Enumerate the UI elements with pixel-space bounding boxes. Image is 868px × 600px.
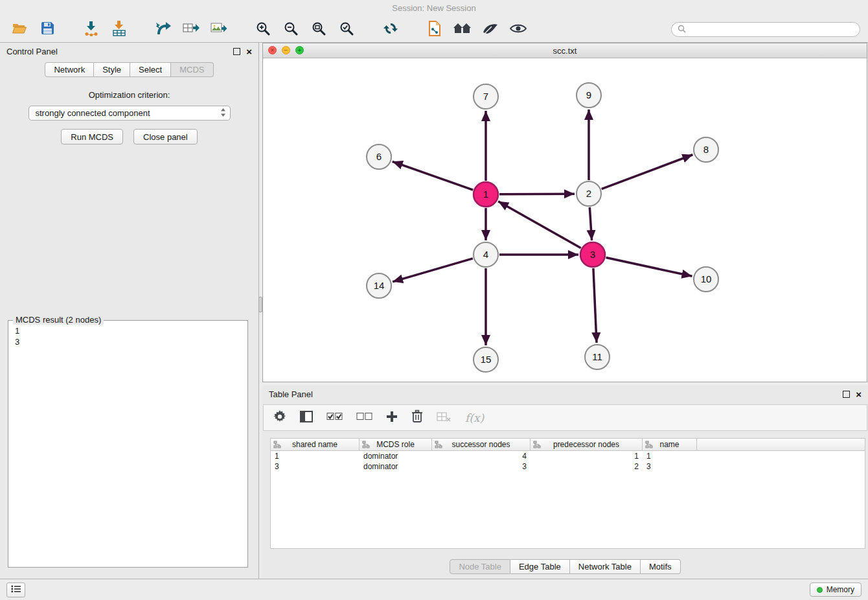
eye-button[interactable] (507, 19, 530, 40)
mcds-result-list[interactable]: 1 3 (8, 321, 247, 352)
column-header-predecessor-nodes[interactable]: predecessor nodes (531, 439, 643, 450)
chevron-up-down-icon (220, 108, 226, 119)
tab-motifs[interactable]: Motifs (641, 559, 681, 574)
control-panel-tabbar: Network Style Select MCDS (45, 62, 213, 77)
search-input[interactable] (690, 24, 854, 35)
visual-style-button[interactable] (479, 19, 502, 40)
memory-label: Memory (827, 585, 854, 594)
column-header-mcds-role[interactable]: MCDS role (360, 439, 432, 450)
gear-icon (273, 414, 286, 425)
zoom-fit-button[interactable] (307, 19, 330, 40)
select-all-button[interactable] (326, 412, 343, 424)
refresh-button[interactable] (379, 19, 402, 40)
graph-node-label: 10 (701, 273, 712, 284)
tab-mcds[interactable]: MCDS (171, 62, 213, 77)
network-layout-icon (155, 21, 172, 39)
column-header-successor-nodes[interactable]: successor nodes (432, 439, 531, 450)
zoom-out-button[interactable] (279, 19, 303, 40)
network-canvas[interactable]: 7968124314101511 (263, 58, 867, 382)
close-panel-icon[interactable]: × (246, 49, 252, 55)
save-session-button[interactable] (36, 19, 59, 40)
tab-node-table[interactable]: Node Table (450, 559, 510, 574)
open-session-button[interactable] (8, 19, 31, 40)
graph-edge[interactable] (393, 161, 473, 190)
refresh-icon (383, 21, 398, 38)
close-panel-button[interactable]: Close panel (133, 129, 198, 144)
table-tabbar: Node Table Edge Table Network Table Moti… (450, 559, 680, 574)
tab-network[interactable]: Network (45, 62, 94, 77)
home-icon (453, 22, 472, 38)
delete-column-icon (437, 413, 451, 424)
search-box[interactable] (671, 22, 860, 37)
criterion-value: strongly connected component (36, 108, 150, 118)
table-header-row: shared name MCDS role successor nodes pr… (271, 439, 865, 451)
add-column-button[interactable] (386, 411, 398, 425)
table-row[interactable]: 3 dominator 3 2 3 (271, 461, 865, 472)
zoom-selected-button[interactable] (335, 19, 358, 40)
table-settings-button[interactable] (273, 410, 286, 426)
tab-style[interactable]: Style (94, 62, 130, 77)
delete-button[interactable] (411, 410, 423, 426)
graph-node-label: 11 (592, 351, 602, 362)
tab-network-table[interactable]: Network Table (570, 559, 641, 574)
window-title: Session: New Session (392, 3, 475, 13)
node-table: shared name MCDS role successor nodes pr… (270, 438, 865, 549)
app-window: Session: New Session (0, 0, 868, 600)
graph-node-label: 14 (374, 280, 385, 291)
graph-edge[interactable] (499, 194, 575, 194)
zoom-out-icon (283, 21, 299, 39)
float-panel-icon[interactable] (843, 391, 850, 398)
home-button[interactable] (451, 19, 474, 40)
tab-select[interactable]: Select (130, 62, 171, 77)
open-folder-icon (12, 22, 27, 38)
zoom-window-icon[interactable]: + (295, 46, 304, 54)
close-panel-icon[interactable]: × (856, 391, 862, 398)
control-panel-title: Control Panel (6, 47, 58, 56)
plus-icon (386, 413, 398, 424)
memory-button[interactable]: Memory (810, 583, 862, 597)
new-network-from-selection-button[interactable] (423, 19, 446, 40)
minimize-window-icon[interactable]: − (282, 46, 290, 54)
zoom-in-button[interactable] (251, 19, 275, 40)
control-panel-header: Control Panel × (0, 43, 258, 60)
task-history-button[interactable] (6, 583, 25, 597)
deselect-all-button[interactable] (356, 412, 372, 424)
graph-node-label: 1 (483, 189, 488, 200)
graph-edge[interactable] (593, 268, 597, 343)
graph-node-label: 7 (483, 91, 488, 102)
column-header-shared-name[interactable]: shared name (271, 439, 360, 450)
criterion-dropdown[interactable]: strongly connected component (29, 106, 231, 121)
graph-edge[interactable] (606, 257, 692, 276)
graph-edge[interactable] (393, 259, 473, 282)
run-mcds-button[interactable]: Run MCDS (61, 129, 123, 144)
column-header-name[interactable]: name (643, 439, 697, 450)
import-table-icon (111, 21, 127, 39)
graph-node-label: 4 (483, 249, 488, 260)
mcds-result-value: 3 (15, 336, 241, 347)
graph-node-label: 8 (703, 144, 709, 155)
network-window-title: scc.txt (553, 46, 577, 56)
mcds-result-box: MCDS result (2 nodes) 1 3 (8, 320, 248, 568)
export-image-button[interactable] (207, 19, 231, 40)
tab-edge-table[interactable]: Edge Table (510, 559, 570, 574)
graph-node-label: 3 (590, 249, 595, 260)
search-icon (678, 24, 686, 36)
import-network-button[interactable] (80, 19, 103, 40)
table-row[interactable]: 1 dominator 4 1 1 (271, 451, 865, 461)
network-window-titlebar[interactable]: × − + scc.txt (263, 43, 867, 58)
close-window-icon[interactable]: × (268, 46, 277, 54)
graph-edge[interactable] (589, 207, 591, 240)
network-view-window: × − + scc.txt 7968124314101511 (262, 43, 867, 382)
memory-status-icon (817, 587, 823, 593)
float-panel-icon[interactable] (233, 48, 240, 55)
save-icon (41, 21, 54, 38)
optimization-criterion-label: Optimization criterion: (0, 90, 258, 100)
table-panel-title: Table Panel (269, 389, 313, 399)
export-network-icon (183, 21, 200, 38)
export-network-button[interactable] (179, 19, 203, 40)
import-table-button[interactable] (108, 19, 131, 40)
graph-edge[interactable] (602, 155, 693, 189)
column-visibility-button[interactable] (300, 411, 313, 425)
network-layout-button[interactable] (152, 19, 175, 40)
graph-edge[interactable] (498, 202, 581, 248)
